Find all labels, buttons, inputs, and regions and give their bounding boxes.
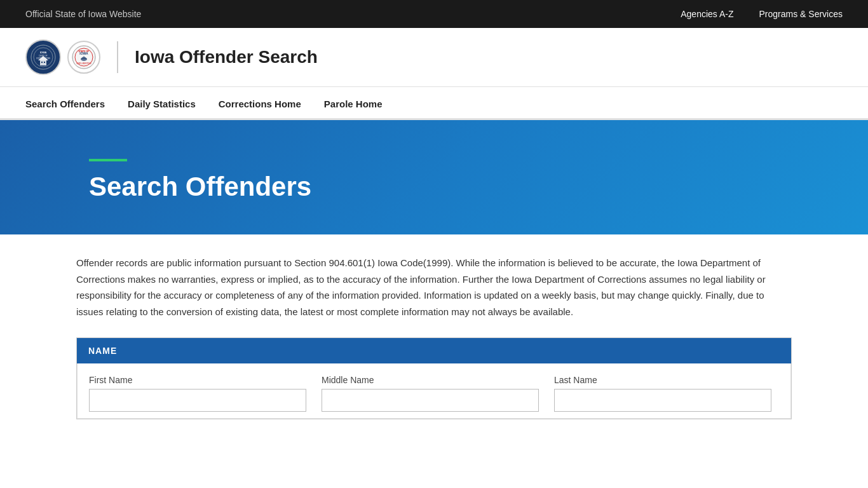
doc-logo: IOWA DEPT OF CORRECTIONS: [25, 39, 61, 75]
last-name-input[interactable]: [554, 389, 771, 412]
first-name-input[interactable]: [89, 389, 306, 412]
nav-daily-statistics[interactable]: Daily Statistics: [128, 90, 196, 120]
hero-section: Search Offenders: [0, 120, 868, 234]
hero-title: Search Offenders: [89, 172, 843, 202]
last-name-label: Last Name: [554, 375, 771, 385]
first-name-field: First Name: [89, 375, 314, 412]
nav-corrections-home[interactable]: Corrections Home: [219, 90, 301, 120]
middle-name-input[interactable]: [322, 389, 539, 412]
site-title: Iowa Offender Search: [135, 47, 318, 67]
svg-text:OUR LIBERTIES: OUR LIBERTIES: [77, 62, 92, 65]
site-header: IOWA DEPT OF CORRECTIONS STATE OF IOWA O…: [0, 28, 868, 87]
nav-search-offenders[interactable]: Search Offenders: [25, 90, 105, 120]
header-divider: [117, 41, 118, 73]
top-bar-links: Agencies A-Z Programs & Services: [681, 9, 843, 19]
svg-rect-6: [41, 62, 43, 63]
svg-rect-5: [40, 60, 46, 65]
svg-rect-7: [44, 62, 45, 63]
name-fields-row: First Name Middle Name Last Name: [77, 363, 791, 419]
first-name-label: First Name: [89, 375, 306, 385]
top-bar: Official State of Iowa Website Agencies …: [0, 0, 868, 28]
state-seal: STATE OF IOWA OUR LIBERTIES: [67, 41, 100, 74]
main-content: Offender records are public information …: [0, 234, 868, 440]
nav-parole-home[interactable]: Parole Home: [324, 90, 383, 120]
last-name-field: Last Name: [546, 375, 779, 412]
agencies-link[interactable]: Agencies A-Z: [681, 9, 733, 19]
programs-link[interactable]: Programs & Services: [759, 9, 843, 19]
search-form: NAME First Name Middle Name Last Name: [76, 337, 792, 419]
hero-underline: [89, 159, 127, 161]
official-label: Official State of Iowa Website: [25, 9, 141, 19]
svg-text:IOWA: IOWA: [79, 51, 88, 55]
svg-text:IOWA: IOWA: [40, 51, 47, 54]
form-section-name: NAME: [77, 338, 791, 363]
middle-name-field: Middle Name: [314, 375, 546, 412]
middle-name-label: Middle Name: [322, 375, 539, 385]
main-nav: Search Offenders Daily Statistics Correc…: [0, 87, 868, 120]
disclaimer-text: Offender records are public information …: [76, 255, 792, 320]
logo-area: IOWA DEPT OF CORRECTIONS STATE OF IOWA O…: [25, 39, 318, 75]
